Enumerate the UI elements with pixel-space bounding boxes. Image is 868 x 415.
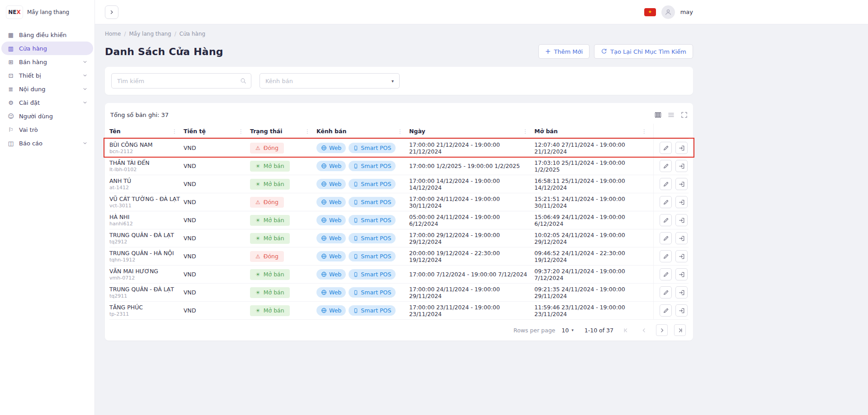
reindex-button[interactable]: Tạo Lại Chỉ Mục Tìm Kiếm [594, 44, 693, 59]
store-name: VŨ CÁT TƯỜNG - ĐÀ LẠT [109, 196, 179, 203]
detail-button[interactable] [675, 214, 688, 226]
avatar[interactable] [661, 5, 675, 19]
sidebar-item-sales[interactable]: ⊞ Bán hàng [1, 55, 93, 69]
sidebar-item-label: Người dùng [19, 113, 87, 120]
column-header-open-sale[interactable]: Mở bán [534, 128, 558, 135]
column-header-currency[interactable]: Tiền tệ [184, 128, 206, 135]
detail-button[interactable] [675, 232, 688, 244]
sidebar-item-label: Cửa hàng [19, 45, 87, 52]
sidebar-item-devices[interactable]: ⊡ Thiết bị [1, 69, 93, 82]
edit-button[interactable] [660, 268, 672, 280]
chevron-right-icon [109, 9, 114, 15]
columns-view-button[interactable] [655, 112, 661, 118]
chevron-down-icon [83, 87, 87, 91]
detail-button[interactable] [675, 286, 688, 298]
filter-bar: Kênh bán ▾ [105, 67, 693, 95]
sidebar-item-reports[interactable]: ◫ Báo cáo [1, 136, 93, 150]
breadcrumb-home[interactable]: Home [105, 31, 121, 37]
store-name: TRUNG QUÂN - HÀ NỘI [109, 250, 179, 257]
last-page-button[interactable] [674, 324, 686, 336]
mobile-icon [353, 290, 359, 295]
column-menu-icon[interactable]: ⋮ [397, 128, 403, 135]
add-new-button[interactable]: + Thêm Mới [538, 44, 590, 59]
edit-button[interactable] [660, 286, 672, 298]
sidebar-item-content[interactable]: ≣ Nội dung [1, 82, 93, 96]
sidebar-item-dashboard[interactable]: ▦ Bảng điều khiển [1, 28, 93, 42]
chevron-down-icon [83, 100, 87, 105]
rows-per-page-select[interactable]: 10 ▾ [561, 327, 573, 334]
first-page-icon [623, 327, 629, 333]
column-menu-icon[interactable]: ⋮ [172, 128, 177, 135]
column-menu-icon[interactable]: ⋮ [642, 128, 647, 135]
prev-page-button[interactable] [638, 324, 650, 336]
edit-button[interactable] [660, 304, 672, 317]
pencil-icon [663, 145, 669, 151]
edit-button[interactable] [660, 214, 672, 226]
list-view-button[interactable] [668, 112, 675, 118]
channel-badge-smart-pos: Smart POS [349, 251, 396, 261]
search-input[interactable] [116, 77, 236, 85]
channel-badge-web: Web [316, 215, 346, 225]
detail-button[interactable] [675, 304, 688, 317]
sidebar-item-roles[interactable]: ⚐ Vai trò [1, 123, 93, 136]
store-name: ANH TÚ [109, 177, 179, 185]
edit-button[interactable] [660, 178, 672, 190]
column-menu-icon[interactable]: ⋮ [238, 128, 244, 135]
detail-button[interactable] [675, 142, 688, 154]
sidebar-item-settings[interactable]: ⚙ Cài đặt [1, 96, 93, 109]
open-sale-range: 10:02:05 24/11/2024 - 19:00:00 29/12/202… [534, 232, 653, 245]
app-root: NEX Mầy lang thang ▦ Bảng điều khiển ▥ C… [0, 0, 868, 415]
mobile-icon [353, 218, 359, 223]
currency-value: VND [184, 145, 250, 151]
language-flag-icon[interactable]: ★ [644, 8, 656, 16]
edit-button[interactable] [660, 196, 672, 208]
column-header-name[interactable]: Tên [109, 128, 121, 135]
column-menu-icon[interactable]: ⋮ [523, 128, 528, 135]
breadcrumb-current: Cửa hàng [179, 31, 205, 37]
detail-button[interactable] [675, 160, 688, 172]
fullscreen-button[interactable] [681, 112, 688, 118]
sale-date-range: 17:00:00 21/12/2024 - 19:00:00 21/12/202… [409, 141, 534, 155]
sidebar-item-users[interactable]: ☺ Người dùng [1, 109, 93, 123]
table-body: BÙI CÔNG NAM bcn-2112 VND ⚠ Đóng [109, 139, 689, 320]
detail-button[interactable] [675, 250, 688, 262]
brand-logo[interactable]: NEX [6, 5, 23, 19]
edit-button[interactable] [660, 160, 672, 172]
pagination-bar: Rows per page 10 ▾ 1-10 of 37 [109, 320, 689, 340]
open-sale-range: 15:06:49 24/11/2024 - 19:00:00 6/12/2024 [534, 214, 653, 227]
pagination-range: 1-10 of 37 [585, 327, 613, 334]
column-header-date[interactable]: Ngày [409, 128, 425, 135]
detail-button[interactable] [675, 178, 688, 190]
channel-badge-web: Web [316, 179, 346, 189]
status-icon: ☀ [255, 236, 260, 241]
sidebar-collapse-button[interactable] [105, 5, 118, 19]
sidebar-item-stores[interactable]: ▥ Cửa hàng [1, 42, 93, 55]
currency-value: VND [184, 199, 250, 205]
channel-filter-select[interactable]: Kênh bán ▾ [259, 73, 400, 89]
detail-button[interactable] [675, 268, 688, 280]
flag-star-icon: ★ [648, 10, 652, 14]
column-menu-icon[interactable]: ⋮ [305, 128, 310, 135]
globe-icon [321, 163, 327, 169]
next-page-button[interactable] [656, 324, 668, 336]
breadcrumb-workspace[interactable]: Mầy lang thang [129, 31, 171, 37]
pencil-icon [663, 199, 669, 205]
status-icon: ⚠ [255, 200, 260, 205]
main-area: ★ may Home / Mầy lang thang / Cửa hàng [95, 0, 868, 415]
channel-badge-smart-pos: Smart POS [349, 161, 396, 171]
channel-badge-smart-pos: Smart POS [349, 305, 396, 316]
brand: NEX Mầy lang thang [0, 0, 94, 24]
column-header-channel[interactable]: Kênh bán [316, 128, 346, 135]
username[interactable]: may [680, 9, 693, 15]
breadcrumb-separator: / [124, 31, 126, 37]
edit-button[interactable] [660, 142, 672, 154]
currency-value: VND [184, 163, 250, 169]
column-header-status[interactable]: Trạng thái [250, 128, 283, 135]
edit-button[interactable] [660, 250, 672, 262]
detail-button[interactable] [675, 196, 688, 208]
edit-button[interactable] [660, 232, 672, 244]
globe-icon [321, 145, 327, 151]
last-page-icon [677, 327, 683, 333]
first-page-button[interactable] [620, 324, 632, 336]
table-row: BÙI CÔNG NAM bcn-2112 VND ⚠ Đóng [109, 139, 689, 157]
